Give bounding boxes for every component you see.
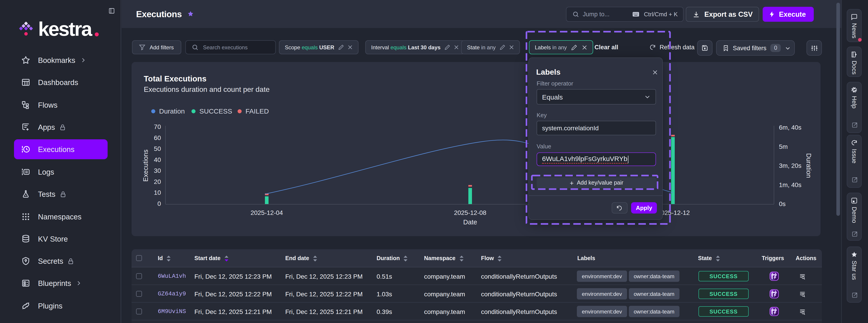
- svg-text:kestra: kestra: [38, 20, 92, 38]
